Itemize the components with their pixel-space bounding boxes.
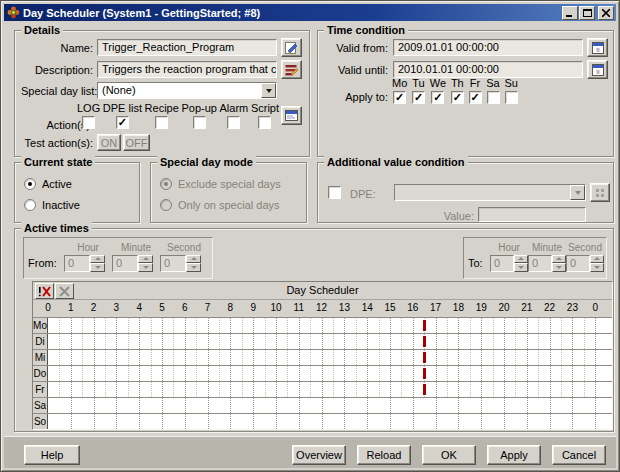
current-state-radio[interactable] — [24, 178, 36, 190]
spin-up-icon[interactable] — [552, 255, 566, 264]
dpe-select[interactable] — [394, 184, 586, 201]
spin-down-icon[interactable] — [90, 263, 105, 272]
maximize-button[interactable] — [579, 6, 595, 20]
spin-up-icon[interactable] — [90, 255, 105, 264]
hour-gridline — [527, 414, 528, 429]
hour-gridline — [116, 414, 117, 429]
special-day-mode-radio[interactable] — [160, 178, 172, 190]
valid-from-calendar-button[interactable] — [587, 38, 608, 57]
chevron-down-icon[interactable] — [570, 185, 585, 200]
action-checkbox-pop-up[interactable] — [193, 116, 206, 129]
action-checkbox-script[interactable] — [258, 116, 271, 129]
reload-button[interactable]: Reload — [357, 445, 411, 465]
from-spin-field[interactable]: 0 — [160, 255, 186, 272]
down-arrow-icon — [143, 266, 149, 269]
action-checkbox-alarm[interactable] — [227, 116, 240, 129]
special-day-list-select[interactable]: (None) — [97, 82, 277, 99]
apply-day-checkbox-tu[interactable]: ✓ — [412, 91, 425, 104]
to-spin-field[interactable]: 0 — [528, 255, 552, 272]
to-spin-field[interactable]: 0 — [566, 255, 590, 272]
title-bar[interactable]: Day Scheduler (System1 - GettingStarted;… — [4, 4, 616, 21]
description-input[interactable]: Triggers the reaction program that check… — [97, 61, 277, 78]
spin-down-icon[interactable] — [552, 263, 566, 272]
test-on-button[interactable]: ON — [97, 134, 121, 151]
special-day-mode-option-exclude-special-days[interactable]: Exclude special days — [160, 178, 281, 190]
to-spin-field[interactable]: 0 — [490, 255, 514, 272]
close-button[interactable] — [598, 6, 614, 20]
test-off-button[interactable]: OFF — [123, 134, 150, 151]
special-day-mode-radio[interactable] — [160, 199, 172, 211]
valid-from-input[interactable]: 2009.01.01 00:00:00 — [393, 39, 583, 56]
day-plot-mo[interactable] — [48, 318, 612, 333]
name-input[interactable]: Trigger_Reaction_Program — [97, 39, 277, 56]
spin-up-icon[interactable] — [138, 255, 153, 264]
hour-gridline — [253, 366, 254, 381]
valid-from-label: Valid from: — [322, 42, 388, 54]
actions-checkbox-row: LOGDPE list✓RecipePop-upAlarmScript — [77, 102, 279, 129]
hour-gridline — [230, 318, 231, 333]
hour-label-15: 15 — [381, 302, 399, 313]
day-plot-mi[interactable] — [48, 350, 612, 365]
apply-day-checkbox-fr[interactable]: ✓ — [469, 91, 482, 104]
hour-gridline — [550, 334, 551, 349]
apply-day-checkbox-mo[interactable]: ✓ — [393, 91, 406, 104]
action-checkbox-dpe-list[interactable]: ✓ — [116, 116, 129, 129]
schedule-marker[interactable] — [423, 320, 426, 331]
apply-button[interactable]: Apply — [487, 445, 541, 465]
current-state-option-active[interactable]: Active — [24, 178, 72, 190]
apply-day-checkbox-we[interactable]: ✓ — [431, 91, 444, 104]
actions-config-button[interactable] — [281, 106, 302, 125]
hour-label-21: 21 — [518, 302, 536, 313]
cancel-button[interactable]: Cancel — [552, 445, 606, 465]
minimize-button[interactable] — [562, 6, 578, 20]
action-checkbox-recipe[interactable] — [155, 116, 168, 129]
day-plot-fr[interactable] — [48, 382, 612, 397]
schedule-marker[interactable] — [423, 368, 426, 379]
halfhour-gridline — [333, 334, 334, 349]
dpe-browse-button[interactable] — [590, 183, 610, 202]
schedule-marker[interactable] — [423, 352, 426, 363]
current-state-radio[interactable] — [24, 199, 36, 211]
spin-down-icon[interactable] — [514, 263, 528, 272]
halfhour-gridline — [561, 334, 562, 349]
spin-down-icon[interactable] — [138, 263, 153, 272]
spin-up-icon[interactable] — [514, 255, 528, 264]
halfhour-gridline — [379, 366, 380, 381]
halfhour-gridline — [287, 350, 288, 365]
hour-gridline — [572, 414, 573, 429]
chevron-down-icon[interactable] — [261, 83, 276, 98]
current-state-option-inactive[interactable]: Inactive — [24, 199, 80, 211]
schedule-marker[interactable] — [423, 384, 426, 395]
action-checkbox-log[interactable] — [82, 116, 95, 129]
day-plot-sa[interactable] — [48, 398, 612, 413]
ok-button[interactable]: OK — [422, 445, 476, 465]
overview-button[interactable]: Overview — [292, 445, 346, 465]
apply-day-checkbox-sa[interactable] — [487, 91, 500, 104]
apply-day-checkbox-th[interactable]: ✓ — [451, 91, 464, 104]
valid-until-calendar-button[interactable] — [587, 60, 608, 79]
special-day-mode-option-only-on-special-days[interactable]: Only on special days — [160, 199, 280, 211]
spin-up-icon[interactable] — [590, 255, 604, 264]
day-plot-do[interactable] — [48, 366, 612, 381]
calendar-icon — [592, 64, 604, 76]
schedule-marker[interactable] — [423, 336, 426, 347]
help-button[interactable]: Help — [24, 445, 80, 465]
value-input[interactable] — [478, 207, 586, 222]
hour-label-11: 11 — [290, 302, 308, 313]
apply-day-checkbox-su[interactable] — [505, 91, 518, 104]
name-edit-button[interactable] — [281, 38, 302, 57]
day-plot-so[interactable] — [48, 414, 612, 429]
action-recipe: Recipe — [145, 102, 179, 129]
valid-until-input[interactable]: 2010.01.01 00:00:00 — [393, 61, 583, 78]
from-spin-field[interactable]: 0 — [112, 255, 138, 272]
spin-down-icon[interactable] — [590, 263, 604, 272]
day-plot-di[interactable] — [48, 334, 612, 349]
hour-gridline — [230, 366, 231, 381]
description-edit-button[interactable] — [281, 60, 302, 79]
hour-gridline — [572, 382, 573, 397]
halfhour-gridline — [196, 350, 197, 365]
dpe-checkbox[interactable] — [328, 186, 341, 199]
from-spin-field[interactable]: 0 — [64, 255, 90, 272]
spin-up-icon[interactable] — [186, 255, 201, 264]
spin-down-icon[interactable] — [186, 263, 201, 272]
